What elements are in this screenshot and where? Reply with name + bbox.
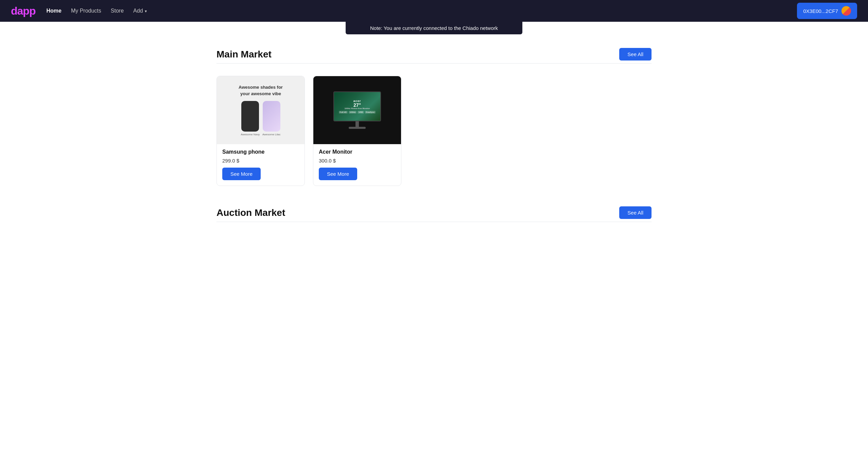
auction-market-section: Auction Market See All <box>216 206 652 222</box>
nav-my-products[interactable]: My Products <box>71 8 101 14</box>
phone-group-dark: Awesome Navy <box>241 101 259 136</box>
acer-product-info: Acer Monitor 300.0 $ See More <box>313 144 401 186</box>
wallet-button[interactable]: 0X3E00...2CF7 <box>797 3 857 19</box>
nav-right: 0X3E00...2CF7 <box>797 3 857 19</box>
home-link[interactable]: Home <box>46 8 61 14</box>
samsung-product-info: Samsung phone 299.0 $ See More <box>217 144 305 186</box>
samsung-tagline: Awesome shades foryour awesome vibe <box>239 84 283 97</box>
main-market-section: Main Market See All Awesome shades foryo… <box>216 48 652 186</box>
my-products-link[interactable]: My Products <box>71 8 101 14</box>
auction-market-header: Auction Market See All <box>216 206 652 219</box>
acer-badge-row: Full HD 100Hz VRB FreeSync <box>339 111 376 114</box>
samsung-image-bg: Awesome shades foryour awesome vibe Awes… <box>217 76 305 144</box>
product-image-samsung: Awesome shades foryour awesome vibe Awes… <box>217 76 305 144</box>
product-card-acer: acer 27" 100Hz Flicker-free Monitor Full… <box>313 76 401 186</box>
acer-product-price: 300.0 $ <box>319 158 396 164</box>
product-image-acer: acer 27" 100Hz Flicker-free Monitor Full… <box>313 76 401 144</box>
badge-fullhd: Full HD <box>339 111 348 114</box>
main-market-see-all-button[interactable]: See All <box>619 48 652 61</box>
phone-label-navy: Awesome Navy <box>241 133 259 136</box>
samsung-see-more-button[interactable]: See More <box>222 168 261 180</box>
monitor-body: acer 27" 100Hz Flicker-free Monitor Full… <box>333 91 381 121</box>
nav-store[interactable]: Store <box>111 8 124 14</box>
auction-market-title: Auction Market <box>216 207 285 218</box>
nav-add[interactable]: Add ▾ <box>133 8 147 14</box>
wallet-avatar-icon <box>841 6 851 16</box>
network-banner: Note: You are currently connected to the… <box>346 22 522 34</box>
phone-light-icon <box>263 101 280 132</box>
nav-links: Home My Products Store Add ▾ <box>46 8 146 14</box>
samsung-product-price: 299.0 $ <box>222 158 299 164</box>
acer-monitor-desc: 100Hz Flicker-free Monitor <box>344 107 370 109</box>
samsung-phones: Awesome Navy Awesome Lilac <box>239 101 283 136</box>
navbar: dapp Home My Products Store Add ▾ 0X3E00… <box>0 0 868 22</box>
auction-market-divider <box>216 222 652 222</box>
wallet-address: 0X3E00...2CF7 <box>803 8 838 14</box>
product-card-samsung: Awesome shades foryour awesome vibe Awes… <box>216 76 305 186</box>
phone-dark-icon <box>241 101 259 132</box>
phone-group-light: Awesome Lilac <box>262 101 281 136</box>
logo-text: dapp <box>11 5 35 16</box>
monitor-neck <box>355 121 359 127</box>
monitor-screen: acer 27" 100Hz Flicker-free Monitor Full… <box>334 92 380 121</box>
main-content: Main Market See All Awesome shades foryo… <box>196 34 672 248</box>
acer-see-more-button[interactable]: See More <box>319 168 357 180</box>
products-grid: Awesome shades foryour awesome vibe Awes… <box>216 76 652 186</box>
dropdown-arrow-icon: ▾ <box>144 9 147 14</box>
phone-label-lilac: Awesome Lilac <box>262 133 281 136</box>
add-link[interactable]: Add ▾ <box>133 8 147 14</box>
acer-product-name: Acer Monitor <box>319 149 396 155</box>
samsung-img-content: Awesome shades foryour awesome vibe Awes… <box>233 79 288 141</box>
main-market-title: Main Market <box>216 49 272 60</box>
logo[interactable]: dapp <box>11 5 35 16</box>
auction-market-see-all-button[interactable]: See All <box>619 206 652 219</box>
store-link[interactable]: Store <box>111 8 124 14</box>
samsung-product-name: Samsung phone <box>222 149 299 155</box>
main-market-header: Main Market See All <box>216 48 652 61</box>
nav-home[interactable]: Home <box>46 8 61 14</box>
acer-image-bg: acer 27" 100Hz Flicker-free Monitor Full… <box>313 76 401 144</box>
monitor-base <box>349 127 366 129</box>
badge-freesync: FreeSync <box>365 111 376 114</box>
badge-100hz: 100Hz <box>349 111 357 114</box>
badge-vesa: VRB <box>358 111 364 114</box>
acer-size-text: 27" <box>353 103 361 107</box>
main-market-divider <box>216 63 652 64</box>
